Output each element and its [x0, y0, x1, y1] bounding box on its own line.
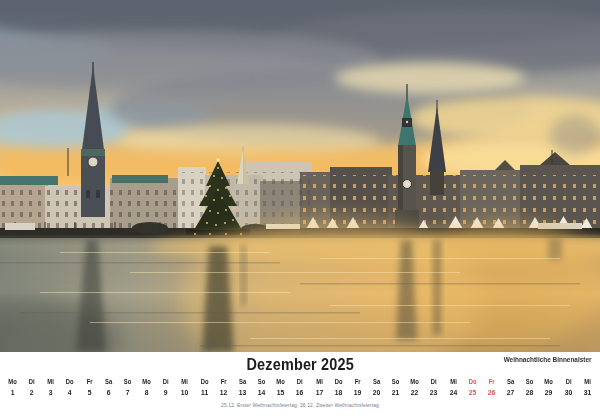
day-column: Sa 20 [367, 379, 386, 397]
day-number: 11 [196, 389, 213, 397]
day-number: 21 [387, 389, 404, 397]
weekday-label: Di [425, 379, 442, 386]
day-column: Di 16 [290, 379, 309, 397]
weekday-label: Sa [100, 379, 117, 386]
day-number: 1 [4, 389, 21, 397]
month-title: Dezember 2025 [246, 355, 353, 375]
day-column: Mi 24 [444, 379, 463, 397]
day-column: Mo 8 [137, 379, 156, 397]
weekday-label: Mi [310, 379, 327, 386]
day-number: 19 [349, 389, 366, 397]
weekday-label: Sa [502, 379, 519, 386]
day-number: 30 [559, 389, 576, 397]
day-column: Di 30 [559, 379, 578, 397]
day-number: 2 [23, 389, 40, 397]
day-number: 6 [100, 389, 117, 397]
weekday-label: Di [291, 379, 308, 386]
calendar-page: Dezember 2025 Weihnachtliche Binnenalste… [0, 0, 600, 419]
weekday-label: Do [464, 379, 481, 386]
day-number: 8 [138, 389, 155, 397]
weekday-label: So [253, 379, 270, 386]
day-number: 9 [157, 389, 174, 397]
day-number: 18 [330, 389, 347, 397]
weekday-label: Do [61, 379, 78, 386]
holiday-footnote: 25.12. Erster Weihnachtsfeiertag, 26.12.… [0, 402, 600, 408]
day-number: 14 [253, 389, 270, 397]
weekday-label: Sa [368, 379, 385, 386]
weekday-label: Di [157, 379, 174, 386]
day-column: Do 4 [60, 379, 79, 397]
day-number: 25 [464, 389, 481, 397]
day-number: 16 [291, 389, 308, 397]
day-column: Fr 19 [348, 379, 367, 397]
calendar-photo [0, 0, 600, 352]
day-column: So 21 [386, 379, 405, 397]
day-number: 12 [215, 389, 232, 397]
day-column: So 14 [252, 379, 271, 397]
weekday-label: Mi [579, 379, 596, 386]
day-column: So 28 [520, 379, 539, 397]
day-column: Mo 15 [271, 379, 290, 397]
day-number: 4 [61, 389, 78, 397]
day-number: 27 [502, 389, 519, 397]
day-column: Di 9 [156, 379, 175, 397]
day-number: 22 [406, 389, 423, 397]
day-column: Mo 22 [405, 379, 424, 397]
day-number: 13 [234, 389, 251, 397]
weekday-label: So [521, 379, 538, 386]
weekday-label: Mo [4, 379, 21, 386]
day-column: Fr 5 [80, 379, 99, 397]
weekday-label: Fr [215, 379, 232, 386]
day-number: 28 [521, 389, 538, 397]
day-column: Sa 27 [501, 379, 520, 397]
weekday-label: Sa [234, 379, 251, 386]
day-number: 5 [81, 389, 98, 397]
day-number: 31 [579, 389, 596, 397]
weekday-label: Di [23, 379, 40, 386]
day-column: Sa 6 [99, 379, 118, 397]
weekday-label: Fr [483, 379, 500, 386]
weekday-label: Mi [445, 379, 462, 386]
day-column: Fr 26 [482, 379, 501, 397]
day-column: Mi 31 [578, 379, 597, 397]
day-column: Mi 10 [175, 379, 194, 397]
weekday-label: Fr [349, 379, 366, 386]
weekday-label: Mi [42, 379, 59, 386]
day-number: 15 [272, 389, 289, 397]
day-column: Mo 1 [3, 379, 22, 397]
day-number: 17 [310, 389, 327, 397]
weekday-label: So [387, 379, 404, 386]
calendar-days-row: Mo 1 Di 2 Mi 3 Do 4 Fr 5 Sa 6 So 7 Mo 8 … [3, 379, 597, 397]
day-column: Mi 3 [41, 379, 60, 397]
day-number: 3 [42, 389, 59, 397]
day-number: 23 [425, 389, 442, 397]
day-number: 7 [119, 389, 136, 397]
binnenalster-scene [0, 0, 600, 352]
day-column: Di 23 [424, 379, 443, 397]
day-column: Mo 29 [539, 379, 558, 397]
weekday-label: Di [559, 379, 576, 386]
day-number: 26 [483, 389, 500, 397]
weekday-label: Mo [272, 379, 289, 386]
calendar-strip: Dezember 2025 Weihnachtliche Binnenalste… [0, 352, 600, 419]
weekday-label: So [119, 379, 136, 386]
day-number: 20 [368, 389, 385, 397]
day-number: 29 [540, 389, 557, 397]
weekday-label: Mo [406, 379, 423, 386]
day-number: 10 [176, 389, 193, 397]
weekday-label: Do [330, 379, 347, 386]
weekday-label: Fr [81, 379, 98, 386]
day-column: Do 25 [463, 379, 482, 397]
weekday-label: Do [196, 379, 213, 386]
day-column: Mi 17 [310, 379, 329, 397]
weekday-label: Mi [176, 379, 193, 386]
day-number: 24 [445, 389, 462, 397]
day-column: Di 2 [22, 379, 41, 397]
photo-caption: Weihnachtliche Binnenalster [504, 356, 592, 363]
day-column: Fr 12 [214, 379, 233, 397]
weekday-label: Mo [540, 379, 557, 386]
day-column: So 7 [118, 379, 137, 397]
weekday-label: Mo [138, 379, 155, 386]
day-column: Do 11 [195, 379, 214, 397]
day-column: Do 18 [329, 379, 348, 397]
